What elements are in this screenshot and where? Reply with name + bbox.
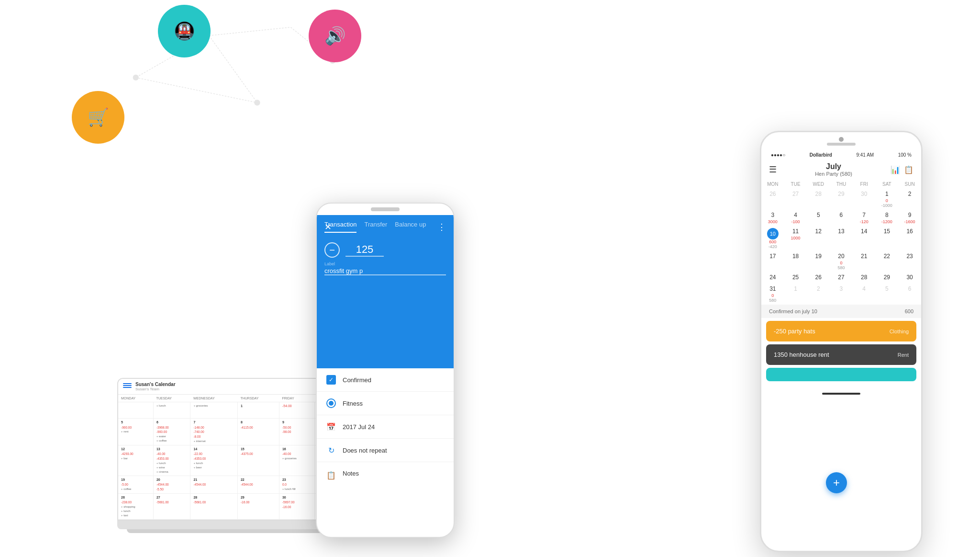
- day-number: 7: [854, 212, 875, 218]
- cal-day[interactable]: 16: [898, 226, 921, 251]
- minus-button[interactable]: −: [324, 242, 340, 258]
- cal-day[interactable]: 2: [898, 189, 921, 210]
- cal-day[interactable]: 5: [876, 284, 899, 305]
- day-amount: 0: [877, 198, 898, 203]
- cal-day[interactable]: 3: [830, 284, 853, 305]
- cal-day[interactable]: 24: [761, 272, 784, 284]
- cal-day[interactable]: 9-1600: [898, 210, 921, 226]
- list-icon[interactable]: 📋: [904, 165, 913, 174]
- day-number: 30: [899, 274, 920, 281]
- cal-day[interactable]: 30: [898, 272, 921, 284]
- add-button[interactable]: +: [826, 472, 847, 493]
- day-number: 19: [808, 253, 829, 260]
- svg-line-0: [209, 27, 291, 36]
- label-input[interactable]: crossfit gym p: [324, 267, 446, 275]
- cal-day[interactable]: 30: [853, 189, 876, 210]
- cal-day[interactable]: 33000: [761, 210, 784, 226]
- confirmed-amount: 600: [905, 308, 913, 314]
- day-number: 21: [854, 253, 875, 260]
- cal-day[interactable]: 29: [876, 272, 899, 284]
- day-number: 3: [831, 285, 852, 292]
- cal-week-row: 330004-100567-1208-12009-1600: [761, 210, 921, 226]
- cal-day[interactable]: 29: [830, 189, 853, 210]
- amount-input[interactable]: 125: [345, 243, 384, 257]
- fitness-row[interactable]: Fitness: [317, 392, 454, 415]
- svg-line-2: [209, 35, 257, 102]
- cal-day[interactable]: 10600-420: [761, 226, 784, 251]
- fitness-label: Fitness: [343, 400, 363, 407]
- repeat-icon: ↻: [326, 445, 336, 455]
- cal-day[interactable]: 13: [830, 226, 853, 251]
- status-battery: 100 %: [898, 152, 912, 158]
- confirmed-row[interactable]: ✓ Confirmed: [317, 368, 454, 392]
- close-button[interactable]: ✕: [324, 222, 332, 232]
- cal-day[interactable]: 22: [876, 251, 899, 272]
- cal-week-row: 310580123456: [761, 284, 921, 305]
- day-number: 28: [854, 274, 875, 281]
- calendar-icon: 📅: [326, 422, 336, 432]
- cal-day[interactable]: 23: [898, 251, 921, 272]
- repeat-row[interactable]: ↻ Does not repeat: [317, 439, 454, 462]
- day-number: 26: [808, 274, 829, 281]
- cal-week-row: 171819200580212223: [761, 251, 921, 272]
- cal-day[interactable]: 4-100: [784, 210, 807, 226]
- day-balance: 580: [831, 265, 852, 270]
- cal-day[interactable]: 5: [807, 210, 830, 226]
- cal-day[interactable]: 15: [876, 226, 899, 251]
- confirmed-text: Confirmed on july 10: [769, 308, 817, 314]
- cal-day[interactable]: 6: [830, 210, 853, 226]
- cal-day[interactable]: 2: [807, 284, 830, 305]
- day-number: 4: [854, 285, 875, 292]
- cal-day[interactable]: 10-1000: [876, 189, 899, 210]
- day-amount: 600: [762, 239, 783, 244]
- cal-day[interactable]: 25: [784, 272, 807, 284]
- cal-day[interactable]: 7-120: [853, 210, 876, 226]
- day-number: 2: [808, 285, 829, 292]
- notes-row[interactable]: 📋 Notes: [317, 462, 454, 488]
- fitness-radio[interactable]: [326, 398, 336, 408]
- menu-icon[interactable]: ☰: [769, 164, 777, 175]
- day-amount: 0: [831, 261, 852, 265]
- cal-day[interactable]: 8-1200: [876, 210, 899, 226]
- transaction-henhouse[interactable]: 1350 henhouse rent Rent: [766, 344, 916, 365]
- day-number: 30: [854, 191, 875, 197]
- cal-day[interactable]: 21: [853, 251, 876, 272]
- tab-transfer[interactable]: Transfer: [364, 221, 387, 233]
- cart-icon: 🛒: [72, 91, 124, 144]
- cal-day[interactable]: 12: [807, 226, 830, 251]
- cal-day[interactable]: 27: [830, 272, 853, 284]
- phone1-body: ✓ Confirmed Fitness 📅 2017 Jul 24 ↻ Does…: [317, 368, 454, 488]
- day-number: 26: [762, 191, 783, 197]
- day-number: 18: [785, 253, 806, 260]
- amount-row: − 125: [317, 233, 454, 258]
- day-number: 2: [899, 191, 920, 197]
- day-number: 27: [785, 191, 806, 197]
- cal-day[interactable]: 27: [784, 189, 807, 210]
- cal-day[interactable]: 26: [807, 272, 830, 284]
- cal-day[interactable]: 14: [853, 226, 876, 251]
- day-number: 5: [877, 285, 898, 292]
- day-number: 23: [899, 253, 920, 260]
- cal-day[interactable]: 200580: [830, 251, 853, 272]
- cal-day[interactable]: 17: [761, 251, 784, 272]
- date-row[interactable]: 📅 2017 Jul 24: [317, 415, 454, 439]
- confirmed-checkbox[interactable]: ✓: [326, 375, 336, 385]
- day-amount: -100: [785, 219, 806, 224]
- cal-day[interactable]: 1: [784, 284, 807, 305]
- transaction-party-hats[interactable]: -250 party hats Clothing: [766, 321, 916, 341]
- account-label: Hen Party (580): [777, 171, 891, 177]
- cal-day[interactable]: 18: [784, 251, 807, 272]
- day-number: 29: [877, 274, 898, 281]
- cal-day[interactable]: 19: [807, 251, 830, 272]
- more-button[interactable]: ⋮: [437, 222, 446, 232]
- cal-day[interactable]: 111000: [784, 226, 807, 251]
- cal-day[interactable]: 28: [807, 189, 830, 210]
- cal-day[interactable]: 310580: [761, 284, 784, 305]
- cal-day[interactable]: 28: [853, 272, 876, 284]
- cal-day[interactable]: 4: [853, 284, 876, 305]
- tab-balance[interactable]: Balance up: [395, 221, 426, 233]
- phone2: ●●●●○ Dollarbird 9:41 AM 100 % ☰ July He…: [760, 131, 923, 552]
- chart-icon[interactable]: 📊: [891, 165, 900, 174]
- cal-day[interactable]: 26: [761, 189, 784, 210]
- cal-day[interactable]: 6: [898, 284, 921, 305]
